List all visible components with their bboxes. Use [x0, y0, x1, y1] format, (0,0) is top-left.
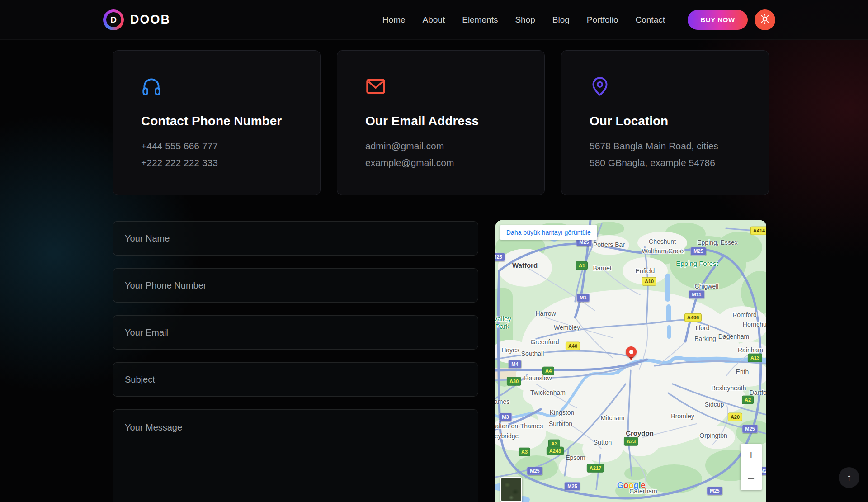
scroll-to-top-button[interactable]: ↑	[839, 467, 859, 488]
nav-item-home[interactable]: Home	[382, 15, 406, 25]
phone-card: Contact Phone Number +444 555 666 777 +2…	[113, 50, 321, 195]
theme-toggle-button[interactable]	[755, 9, 775, 30]
email-card-lines: admin@gmail.com example@gmail.com	[365, 137, 454, 171]
zoom-out-button[interactable]: −	[741, 467, 762, 490]
map-base-layer	[495, 220, 766, 502]
address-line-1: 5678 Bangla Main Road, cities	[590, 137, 718, 154]
address-line-2: 580 GBnagla, example 54786	[590, 154, 718, 171]
nav-item-portfolio[interactable]: Portfolio	[587, 15, 618, 25]
google-map-embed[interactable]: WatfordPotters BarCheshuntWaltham CrossE…	[495, 220, 766, 502]
location-card-title: Our Location	[590, 114, 668, 128]
email-address-1: admin@gmail.com	[365, 137, 454, 154]
sun-icon	[760, 14, 770, 26]
brand-logo[interactable]: D DOOB	[103, 9, 170, 30]
map-marker-ball	[626, 346, 637, 357]
main-nav: Home About Elements Shop Blog Portfolio …	[382, 15, 665, 25]
message-textarea[interactable]	[113, 409, 478, 502]
top-navbar: D DOOB Home About Elements Shop Blog Por…	[0, 0, 868, 40]
logo-ring-icon: D	[103, 9, 124, 30]
satellite-view-thumbnail[interactable]	[500, 477, 522, 502]
map-zoom-control: + −	[741, 444, 762, 490]
buy-now-button[interactable]: BUY NOW	[688, 10, 748, 30]
location-card-lines: 5678 Bangla Main Road, cities 580 GBnagl…	[590, 137, 718, 171]
email-address-2: example@gmail.com	[365, 154, 454, 171]
email-card-title: Our Email Address	[365, 114, 479, 128]
phone-number-2: +222 222 222 333	[141, 154, 218, 171]
nav-item-contact[interactable]: Contact	[636, 15, 665, 25]
location-card: Our Location 5678 Bangla Main Road, citi…	[561, 50, 769, 195]
email-input[interactable]	[113, 315, 478, 350]
name-input[interactable]	[113, 221, 478, 256]
google-logo: Google	[617, 480, 645, 490]
envelope-icon	[365, 76, 386, 99]
email-card: Our Email Address admin@gmail.com exampl…	[337, 50, 545, 195]
subject-input[interactable]	[113, 362, 478, 397]
nav-item-about[interactable]: About	[423, 15, 445, 25]
arrow-up-icon: ↑	[847, 472, 852, 483]
zoom-in-button[interactable]: +	[741, 444, 762, 467]
contact-info-cards: Contact Phone Number +444 555 666 777 +2…	[113, 50, 769, 195]
nav-item-shop[interactable]: Shop	[515, 15, 535, 25]
nav-item-blog[interactable]: Blog	[552, 15, 570, 25]
contact-form	[113, 221, 478, 502]
phone-card-lines: +444 555 666 777 +222 222 222 333	[141, 137, 218, 171]
headphones-icon	[141, 76, 162, 99]
brand-name: DOOB	[130, 13, 170, 27]
phone-card-title: Contact Phone Number	[141, 114, 282, 128]
logo-initial: D	[106, 12, 121, 27]
map-pin-icon	[590, 76, 610, 99]
view-larger-map-link[interactable]: Daha büyük haritayı görüntüle	[500, 225, 597, 240]
phone-number-1: +444 555 666 777	[141, 137, 218, 154]
phone-input[interactable]	[113, 268, 478, 303]
nav-item-elements[interactable]: Elements	[462, 15, 498, 25]
